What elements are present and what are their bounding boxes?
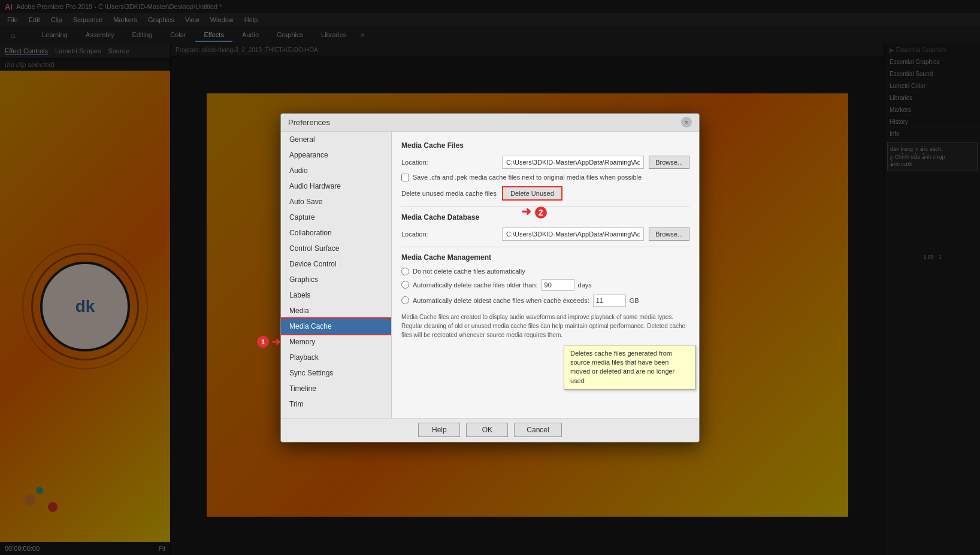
location2-row: Location: Browse... (401, 228, 689, 241)
prefs-sidebar: General Appearance Audio Audio Hardware … (281, 132, 392, 418)
section1-title: Media Cache Files (401, 141, 689, 150)
location1-input[interactable] (502, 156, 644, 169)
cancel-button[interactable]: Cancel (514, 423, 561, 437)
section3-title: Media Cache Management (401, 253, 689, 262)
radio3-row: Automatically delete oldest cache files … (401, 295, 689, 307)
delete-label: Delete unused media cache files (401, 190, 497, 197)
browse1-button[interactable]: Browse... (649, 156, 689, 169)
delete-tooltip: Deletes cache files generated from sourc… (564, 345, 695, 390)
radio1-row: Do not delete cache files automatically (401, 268, 689, 275)
browse2-button[interactable]: Browse... (649, 228, 689, 241)
radio2-input[interactable] (401, 281, 409, 289)
prefs-item-control-surface[interactable]: Control Surface (281, 241, 391, 256)
ok-button[interactable]: OK (466, 423, 508, 437)
info-text: Media Cache files are created to display… (401, 313, 689, 339)
location1-label: Location: (401, 159, 497, 166)
prefs-item-general[interactable]: General (281, 132, 391, 147)
radio1-input[interactable] (401, 268, 409, 275)
radio2-label: Automatically delete cache files older t… (413, 281, 538, 289)
days-input[interactable] (542, 279, 574, 291)
location2-label: Location: (401, 231, 497, 238)
prefs-item-labels[interactable]: Labels (281, 287, 391, 303)
modal-overlay: Preferences × General Appearance Audio A… (0, 0, 980, 555)
prefs-item-playback[interactable]: Playback (281, 350, 391, 365)
prefs-item-media[interactable]: Media (281, 303, 391, 319)
prefs-item-media-cache[interactable]: Media Cache (281, 319, 391, 334)
gb-unit: GB (630, 297, 639, 304)
radio3-label: Automatically delete oldest cache files … (413, 297, 589, 304)
save-checkbox-row: Save .cfa and .pek media cache files nex… (401, 174, 689, 181)
prefs-item-sync-settings[interactable]: Sync Settings (281, 365, 391, 381)
save-checkbox-label: Save .cfa and .pek media cache files nex… (413, 174, 642, 181)
preferences-dialog: Preferences × General Appearance Audio A… (280, 113, 700, 442)
separator-2 (401, 247, 689, 247)
prefs-item-trim[interactable]: Trim (281, 396, 391, 412)
prefs-item-timeline[interactable]: Timeline (281, 381, 391, 396)
dialog-title: Preferences (288, 118, 681, 127)
prefs-item-capture[interactable]: Capture (281, 210, 391, 225)
prefs-item-graphics[interactable]: Graphics (281, 272, 391, 287)
dialog-body: General Appearance Audio Audio Hardware … (281, 132, 699, 418)
annotation-2: ➜ 2 (521, 204, 547, 219)
prefs-item-auto-save[interactable]: Auto Save (281, 194, 391, 210)
prefs-item-appearance[interactable]: Appearance (281, 147, 391, 163)
annotation-1: 1 ➜ (257, 335, 280, 348)
dialog-footer: Help OK Cancel (281, 418, 699, 442)
close-x-icon: × (685, 119, 688, 126)
prefs-item-audio-hardware[interactable]: Audio Hardware (281, 178, 391, 194)
prefs-item-device-control[interactable]: Device Control (281, 256, 391, 272)
save-checkbox[interactable] (401, 174, 409, 181)
gb-input[interactable] (593, 295, 626, 307)
radio3-input[interactable] (401, 296, 409, 304)
radio2-row: Automatically delete cache files older t… (401, 279, 689, 291)
delete-row: Delete unused media cache files Delete U… (401, 186, 689, 201)
prefs-item-audio[interactable]: Audio (281, 163, 391, 178)
radio1-label: Do not delete cache files automatically (413, 268, 525, 275)
prefs-item-collaboration[interactable]: Collaboration (281, 225, 391, 241)
location1-row: Location: Browse... (401, 156, 689, 169)
location2-input[interactable] (502, 228, 644, 241)
dialog-title-bar: Preferences × (281, 114, 699, 132)
dialog-close-button[interactable]: × (681, 117, 692, 128)
days-unit: days (578, 281, 592, 289)
delete-unused-button[interactable]: Delete Unused (502, 186, 562, 201)
help-button[interactable]: Help (418, 423, 460, 437)
prefs-item-memory[interactable]: Memory (281, 334, 391, 350)
prefs-content: Media Cache Files Location: Browse... Sa… (392, 132, 699, 418)
